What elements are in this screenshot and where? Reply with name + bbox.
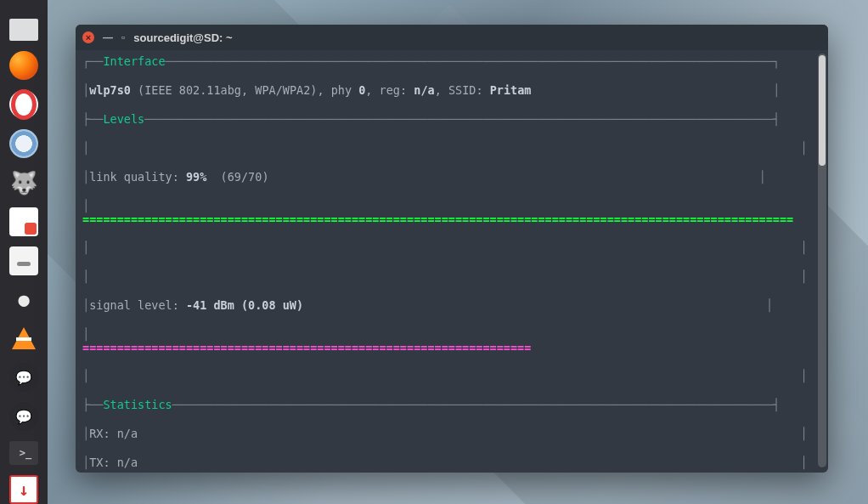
- dot-app-icon[interactable]: ●: [9, 286, 38, 314]
- settings-app-icon[interactable]: [9, 246, 38, 275]
- terminal-window: — ▫ sourcedigit@SD: ~ ┌──Interface──────…: [76, 25, 828, 473]
- titlebar[interactable]: — ▫ sourcedigit@SD: ~: [76, 25, 828, 50]
- section-levels: Levels: [103, 112, 144, 126]
- maximize-icon[interactable]: ▫: [121, 31, 125, 43]
- chat-app-icon-2[interactable]: 💬: [9, 402, 38, 431]
- minimize-icon[interactable]: —: [103, 31, 113, 43]
- section-statistics: Statistics: [103, 398, 172, 411]
- files-icon[interactable]: [9, 19, 38, 41]
- signal-level: -41 dBm (0.08 uW): [186, 298, 303, 312]
- opera-icon[interactable]: [9, 90, 38, 119]
- dock: 🐺 ● 💬 💬 >_ ↓: [0, 0, 48, 504]
- window-title: sourcedigit@SD: ~: [133, 31, 232, 44]
- chromium-icon[interactable]: [9, 129, 38, 158]
- link-quality: 99%: [186, 170, 206, 184]
- rx-value: n/a: [117, 427, 138, 440]
- scrollbar-thumb[interactable]: [819, 55, 826, 166]
- vlc-icon[interactable]: [9, 324, 38, 353]
- download-app-icon[interactable]: ↓: [9, 475, 38, 504]
- scrollbar[interactable]: [818, 54, 826, 467]
- quality-bar: ========================================…: [82, 213, 821, 226]
- section-interface: Interface: [103, 54, 165, 68]
- cat-app-icon[interactable]: 🐺: [9, 168, 38, 197]
- signal-bar: ========================================…: [82, 342, 821, 354]
- terminal-icon[interactable]: >_: [9, 441, 38, 465]
- terminal-content[interactable]: ┌──Interface────────────────────────────…: [76, 50, 828, 473]
- firefox-icon[interactable]: [9, 51, 38, 80]
- iface-name: wlp7s0: [89, 83, 131, 97]
- note-app-icon[interactable]: [9, 207, 38, 236]
- chat-app-icon[interactable]: 💬: [9, 363, 38, 392]
- close-icon[interactable]: [82, 31, 94, 43]
- tx-value: n/a: [117, 456, 138, 469]
